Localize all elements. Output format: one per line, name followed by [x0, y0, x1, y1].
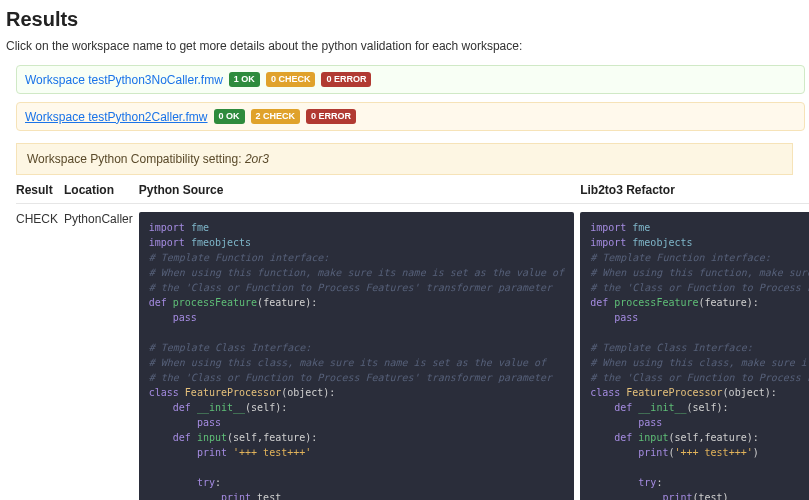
workspace-link[interactable]: Workspace testPython2Caller.fmw — [25, 110, 208, 124]
code-box: import fme import fmeobjects # Template … — [139, 212, 574, 500]
workspace-link[interactable]: Workspace testPython3NoCaller.fmw — [25, 73, 223, 87]
compat-label: Workspace Python Compatibility setting: — [27, 152, 245, 166]
col-header-source: Python Source — [139, 175, 580, 204]
badge-ok: 0 OK — [214, 109, 245, 124]
badge-error: 0 ERROR — [321, 72, 371, 87]
cell-location: PythonCaller — [64, 204, 139, 501]
results-table: Result Location Python Source Lib2to3 Re… — [16, 175, 809, 500]
cell-result: CHECK — [16, 204, 64, 501]
badge-check: 2 CHECK — [251, 109, 301, 124]
page-title: Results — [6, 8, 805, 31]
col-header-result: Result — [16, 175, 64, 204]
col-header-location: Location — [64, 175, 139, 204]
cell-refactor: import fme import fmeobjects # Template … — [580, 204, 809, 501]
badge-check: 0 CHECK — [266, 72, 316, 87]
col-header-refactor: Lib2to3 Refactor — [580, 175, 809, 204]
cell-source: import fme import fmeobjects # Template … — [139, 204, 580, 501]
table-row: CHECKPythonCallerimport fme import fmeob… — [16, 204, 809, 501]
page-subtitle: Click on the workspace name to get more … — [6, 39, 805, 53]
code-box: import fme import fmeobjects # Template … — [580, 212, 809, 500]
compat-value: 2or3 — [245, 152, 269, 166]
badge-error: 0 ERROR — [306, 109, 356, 124]
workspace-panel[interactable]: Workspace testPython3NoCaller.fmw1 OK0 C… — [16, 65, 805, 94]
workspace-panel[interactable]: Workspace testPython2Caller.fmw0 OK2 CHE… — [16, 102, 805, 131]
badge-ok: 1 OK — [229, 72, 260, 87]
compat-bar: Workspace Python Compatibility setting: … — [16, 143, 793, 175]
